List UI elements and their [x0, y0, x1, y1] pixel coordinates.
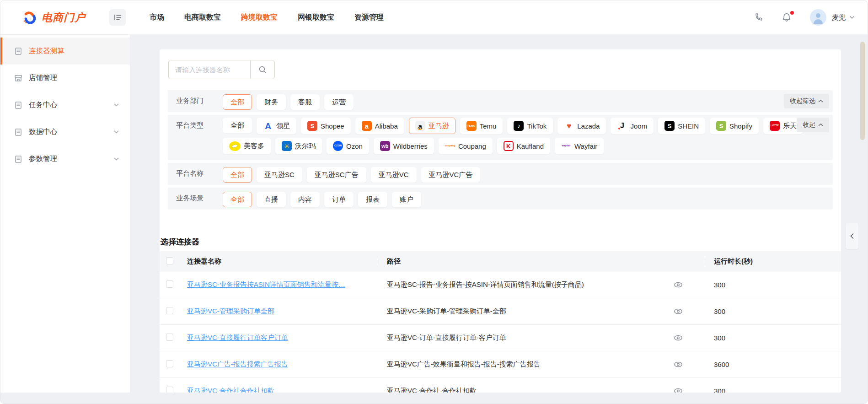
department-chip-all[interactable]: 全部	[223, 94, 252, 110]
sidebar-item-connector-calc[interactable]: 连接器测算	[0, 38, 130, 65]
ozon-icon	[333, 141, 343, 151]
filter-row-scene: 业务场景 全部 直播 内容 订单 报表 账户	[168, 188, 833, 210]
chevron-down-icon	[114, 103, 119, 107]
row-checkbox[interactable]	[166, 360, 173, 367]
shopee-icon	[307, 121, 317, 131]
sidebar-item-shop-manage[interactable]: 店铺管理	[0, 65, 130, 92]
row-checkbox[interactable]	[166, 334, 173, 341]
connector-path: 亚马逊SC-报告-业务报告-按ASIN-详情页面销售和流量(按子商品)	[387, 280, 584, 289]
chip-label: 订单	[332, 195, 346, 204]
row-checkbox[interactable]	[166, 387, 173, 393]
nav-item-crossborder-data[interactable]: 跨境取数宝	[241, 13, 278, 22]
user-chevron-down-icon[interactable]	[849, 16, 855, 19]
bell-icon[interactable]	[782, 12, 792, 22]
kaufland-icon	[504, 141, 514, 151]
wildberries-icon	[380, 141, 390, 151]
collapse-filter-label: 收起筛选	[790, 97, 815, 105]
sidebar: 连接器测算 店铺管理 任务中心	[0, 35, 130, 393]
connector-link[interactable]: 亚马逊VC-管理采购订单全部	[187, 307, 384, 316]
platform-name-chip-amazon-sc[interactable]: 亚马逊SC	[257, 167, 302, 183]
filter-label: 业务场景	[176, 194, 212, 203]
row-checkbox[interactable]	[166, 280, 173, 288]
chip-label: 亚马逊VC	[379, 171, 409, 179]
connector-link[interactable]: 亚马逊SC-业务报告按ASIN详情页面销售和流量按…	[187, 280, 384, 289]
scene-chip-order[interactable]: 订单	[324, 192, 354, 207]
main-nav: 市场 电商取数宝 跨境取数宝 网银取数宝 资源管理	[150, 13, 384, 22]
platform-chip-alibaba[interactable]: Alibaba	[355, 118, 404, 134]
search-input[interactable]	[169, 60, 250, 79]
store-icon	[14, 74, 22, 82]
scrollbar-thumb[interactable]	[860, 42, 865, 140]
platform-chip-lingxing[interactable]: 领星	[257, 118, 296, 134]
platform-chip-lazada[interactable]: Lazada	[557, 118, 606, 134]
chip-label: Coupang	[458, 142, 486, 150]
department-chip-finance[interactable]: 财务	[257, 94, 286, 110]
app-logo: 电商门户	[21, 10, 86, 25]
platform-chip-shein[interactable]: SHEIN	[658, 118, 705, 134]
platform-chip-shopee[interactable]: Shopee	[301, 118, 351, 134]
chip-label: 沃尔玛	[295, 142, 316, 151]
platform-chip-all[interactable]: 全部	[223, 118, 252, 133]
platform-chip-amazon[interactable]: 亚马逊	[409, 118, 455, 134]
eye-icon[interactable]	[674, 282, 683, 288]
scene-chip-live[interactable]: 直播	[257, 192, 286, 207]
nav-item-resources[interactable]: 资源管理	[354, 13, 384, 22]
chevron-left-icon	[850, 233, 854, 239]
sidebar-fold-button[interactable]	[109, 9, 126, 26]
platform-name-chip-amazon-vc[interactable]: 亚马逊VC	[371, 167, 417, 183]
eye-icon[interactable]	[674, 388, 683, 393]
document-icon	[14, 155, 22, 163]
nav-item-ecommerce-data[interactable]: 电商取数宝	[184, 13, 221, 22]
select-all-checkbox[interactable]	[166, 257, 173, 264]
connector-link[interactable]: 亚马逊VC-直接履行订单客户订单	[187, 334, 384, 342]
platform-chip-walmart[interactable]: 沃尔玛	[275, 138, 322, 154]
chip-label: Alibaba	[375, 122, 398, 130]
header-right: 麦兜	[735, 9, 855, 26]
platform-chip-coupang[interactable]: Coupang	[439, 138, 493, 154]
eye-icon[interactable]	[674, 308, 683, 314]
platform-chip-shopify[interactable]: Shopify	[710, 118, 759, 134]
platform-chip-kaufland[interactable]: Kaufland	[497, 138, 550, 154]
connector-link[interactable]: 亚马逊VC-合作社合作社扣款	[187, 387, 384, 393]
platform-chip-temu[interactable]: Temu	[460, 118, 503, 134]
sidebar-item-data-center[interactable]: 数据中心	[0, 119, 130, 145]
department-chip-service[interactable]: 客服	[290, 94, 320, 110]
platform-chip-ozon[interactable]: Ozon	[327, 138, 369, 154]
scene-chip-content[interactable]: 内容	[290, 192, 320, 207]
platform-name-chip-amazon-sc-ads[interactable]: 亚马逊SC广告	[307, 167, 366, 183]
column-duration: 运行时长(秒)	[705, 257, 841, 266]
chip-label: 亚马逊SC广告	[315, 171, 359, 179]
collapse-panel-handle[interactable]	[846, 223, 858, 249]
platform-chip-tiktok[interactable]: TikTok	[507, 118, 553, 134]
scene-chip-account[interactable]: 账户	[392, 192, 421, 207]
platform-name-chip-all[interactable]: 全部	[223, 167, 252, 183]
nav-item-market[interactable]: 市场	[150, 13, 164, 22]
collapse-platform-button[interactable]: 收起	[797, 118, 829, 132]
eye-icon[interactable]	[674, 361, 683, 367]
chip-label: Wildberries	[393, 142, 428, 150]
nav-item-bank-data[interactable]: 网银取数宝	[298, 13, 334, 22]
phone-icon[interactable]	[753, 12, 763, 22]
collapse-filter-button[interactable]: 收起筛选	[784, 94, 829, 108]
chip-label: Lazada	[577, 122, 600, 130]
eye-icon[interactable]	[674, 335, 683, 341]
user-name[interactable]: 麦兜	[832, 13, 846, 22]
column-path: 路径	[387, 257, 705, 266]
row-checkbox[interactable]	[166, 307, 173, 314]
department-chip-operation[interactable]: 运营	[324, 94, 354, 110]
platform-chip-mercado[interactable]: 美客多	[223, 138, 271, 154]
search-button[interactable]	[250, 60, 274, 79]
filter-label: 平台名称	[176, 169, 212, 178]
scene-chip-all[interactable]: 全部	[223, 192, 252, 207]
platform-name-chip-amazon-vc-ads[interactable]: 亚马逊VC广告	[421, 167, 481, 183]
sidebar-item-param-manage[interactable]: 参数管理	[0, 145, 130, 172]
avatar[interactable]	[810, 9, 826, 26]
logo-text: 电商门户	[42, 11, 86, 25]
platform-chip-wildberries[interactable]: Wildberries	[374, 138, 434, 154]
sidebar-item-task-center[interactable]: 任务中心	[0, 92, 130, 119]
connector-link[interactable]: 亚马逊VC广告-报告搜索广告报告	[187, 360, 384, 369]
platform-chip-wayfair[interactable]: Wayfair	[555, 138, 604, 154]
scene-chip-report[interactable]: 报表	[358, 192, 387, 207]
sidebar-item-label: 店铺管理	[29, 73, 119, 83]
platform-chip-joom[interactable]: Joom	[611, 118, 654, 134]
